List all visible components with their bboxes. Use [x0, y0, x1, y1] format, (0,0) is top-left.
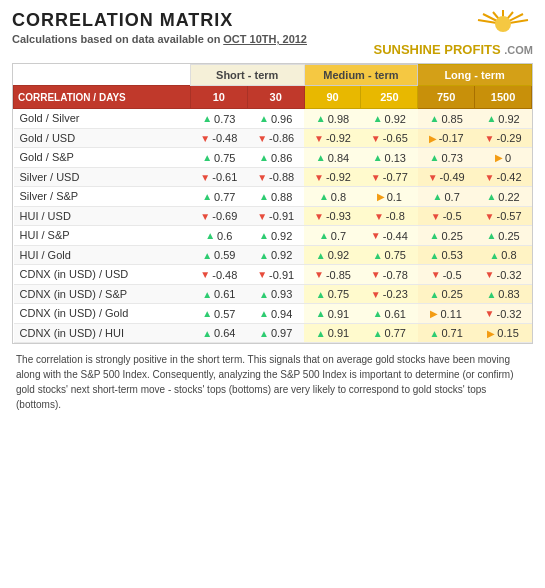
cell-value: ▲0.7 — [418, 187, 475, 207]
cell-value: ▲0.8 — [475, 245, 532, 265]
numeric-value: 0.25 — [441, 230, 462, 242]
numeric-value: 0.92 — [271, 230, 292, 242]
cell-value: ▲0.61 — [190, 284, 247, 304]
subtitle-date: OCT 10TH, 2012 — [223, 33, 307, 45]
col-1500: 1500 — [475, 86, 532, 109]
numeric-value: -0.49 — [440, 171, 465, 183]
cell-inner: ▲0.83 — [486, 288, 519, 300]
numeric-value: -0.32 — [496, 269, 521, 281]
numeric-value: -0.5 — [443, 269, 462, 281]
numeric-value: -0.85 — [326, 269, 351, 281]
cell-value: ▼-0.57 — [475, 206, 532, 226]
arrow-up-icon: ▲ — [316, 308, 326, 319]
numeric-value: 0.86 — [271, 152, 292, 164]
row-label: Gold / Silver — [14, 109, 191, 129]
cell-inner: ▲0.64 — [202, 327, 235, 339]
arrow-down-icon: ▼ — [374, 211, 384, 222]
cell-value: ▶0.15 — [475, 323, 532, 343]
column-header-row: CORRELATION / DAYS 10 30 90 250 750 1500 — [14, 86, 532, 109]
numeric-value: 0.53 — [441, 249, 462, 261]
arrow-up-icon: ▲ — [316, 113, 326, 124]
cell-inner: ▲0.73 — [430, 152, 463, 164]
page-title: CORRELATION MATRIX — [12, 10, 307, 31]
arrow-up-icon: ▲ — [319, 191, 329, 202]
numeric-value: 0.61 — [385, 308, 406, 320]
numeric-value: -0.78 — [383, 269, 408, 281]
cell-inner: ▲0.92 — [316, 249, 349, 261]
cell-value: ▲0.75 — [304, 284, 361, 304]
arrow-up-icon: ▲ — [373, 152, 383, 163]
cell-value: ▼-0.42 — [475, 167, 532, 187]
arrow-up-icon: ▲ — [259, 152, 269, 163]
cell-inner: ▶0.1 — [377, 191, 402, 203]
numeric-value: 0.8 — [331, 191, 346, 203]
cell-value: ▶0 — [475, 148, 532, 168]
numeric-value: 0.85 — [441, 113, 462, 125]
cell-value: ▲0.91 — [304, 304, 361, 324]
cell-value: ▼-0.88 — [247, 167, 304, 187]
correlation-table-wrapper: Short - term Medium - term Long - term C… — [12, 63, 533, 344]
numeric-value: 0.96 — [271, 113, 292, 125]
row-label: CDNX (in USD) / S&P — [14, 284, 191, 304]
cell-inner: ▼-0.5 — [431, 210, 462, 222]
numeric-value: 0.88 — [271, 191, 292, 203]
cell-value: ▲0.92 — [361, 109, 418, 129]
cell-inner: ▲0.25 — [430, 288, 463, 300]
header-left: CORRELATION MATRIX Calculations based on… — [12, 10, 307, 45]
row-label: Gold / S&P — [14, 148, 191, 168]
col-750: 750 — [418, 86, 475, 109]
arrow-up-icon: ▲ — [430, 328, 440, 339]
arrow-down-icon: ▼ — [485, 308, 495, 319]
table-row: HUI / Gold▲0.59▲0.92▲0.92▲0.75▲0.53▲0.8 — [14, 245, 532, 265]
cell-inner: ▼-0.32 — [485, 269, 522, 281]
logo-sunshine: SUNSHINE — [373, 42, 440, 57]
arrow-neutral-icon: ▶ — [377, 191, 385, 202]
cell-value: ▲0.96 — [247, 109, 304, 129]
arrow-up-icon: ▲ — [430, 152, 440, 163]
numeric-value: 0.1 — [387, 191, 402, 203]
numeric-value: 0.98 — [328, 113, 349, 125]
cell-inner: ▼-0.93 — [314, 210, 351, 222]
numeric-value: -0.29 — [496, 132, 521, 144]
sunburst-icon — [473, 10, 533, 38]
numeric-value: -0.61 — [212, 171, 237, 183]
cell-value: ▲0.25 — [418, 226, 475, 246]
numeric-value: 0.6 — [217, 230, 232, 242]
numeric-value: 0.15 — [497, 327, 518, 339]
cell-value: ▼-0.91 — [247, 265, 304, 285]
cell-value: ▲0.84 — [304, 148, 361, 168]
table-row: CDNX (in USD) / Gold▲0.57▲0.94▲0.91▲0.61… — [14, 304, 532, 324]
cell-inner: ▼-0.92 — [314, 171, 351, 183]
arrow-up-icon: ▲ — [259, 328, 269, 339]
cell-value: ▲0.73 — [190, 109, 247, 129]
cell-inner: ▲0.77 — [373, 327, 406, 339]
table-row: CDNX (in USD) / S&P▲0.61▲0.93▲0.75▼-0.23… — [14, 284, 532, 304]
cell-inner: ▲0.73 — [202, 113, 235, 125]
cell-inner: ▼-0.61 — [200, 171, 237, 183]
cell-inner: ▲0.8 — [489, 249, 516, 261]
cell-inner: ▲0.61 — [373, 308, 406, 320]
cell-value: ▼-0.32 — [475, 265, 532, 285]
numeric-value: 0.8 — [501, 249, 516, 261]
numeric-value: -0.8 — [386, 210, 405, 222]
logo-profits: PROFITS — [444, 42, 500, 57]
cell-value: ▲0.61 — [361, 304, 418, 324]
cell-value: ▼-0.32 — [475, 304, 532, 324]
numeric-value: 0.77 — [214, 191, 235, 203]
cell-inner: ▼-0.65 — [371, 132, 408, 144]
numeric-value: 0.61 — [214, 288, 235, 300]
arrow-down-icon: ▼ — [431, 269, 441, 280]
numeric-value: 0.13 — [385, 152, 406, 164]
cell-value: ▲0.85 — [418, 109, 475, 129]
arrow-up-icon: ▲ — [486, 230, 496, 241]
arrow-neutral-icon: ▶ — [429, 133, 437, 144]
arrow-down-icon: ▼ — [431, 211, 441, 222]
cell-inner: ▼-0.23 — [371, 288, 408, 300]
arrow-down-icon: ▼ — [485, 133, 495, 144]
cell-inner: ▲0.85 — [430, 113, 463, 125]
cell-inner: ▲0.7 — [433, 191, 460, 203]
arrow-up-icon: ▲ — [316, 152, 326, 163]
arrow-up-icon: ▲ — [486, 289, 496, 300]
arrow-down-icon: ▼ — [314, 269, 324, 280]
cell-inner: ▲0.25 — [486, 230, 519, 242]
